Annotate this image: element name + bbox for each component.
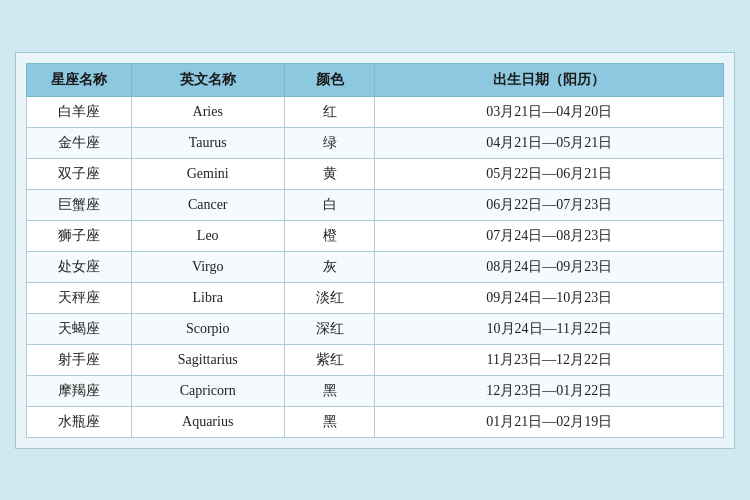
cell-date: 09月24日—10月23日 [375,282,724,313]
table-row: 狮子座Leo橙07月24日—08月23日 [27,220,724,251]
cell-date: 10月24日—11月22日 [375,313,724,344]
cell-date: 06月22日—07月23日 [375,189,724,220]
cell-chinese: 水瓶座 [27,406,132,437]
cell-color: 红 [284,96,375,127]
table-row: 天秤座Libra淡红09月24日—10月23日 [27,282,724,313]
cell-chinese: 摩羯座 [27,375,132,406]
cell-date: 03月21日—04月20日 [375,96,724,127]
cell-date: 05月22日—06月21日 [375,158,724,189]
cell-color: 灰 [284,251,375,282]
table-row: 射手座Sagittarius紫红11月23日—12月22日 [27,344,724,375]
table-row: 双子座Gemini黄05月22日—06月21日 [27,158,724,189]
cell-chinese: 天秤座 [27,282,132,313]
cell-date: 01月21日—02月19日 [375,406,724,437]
cell-chinese: 天蝎座 [27,313,132,344]
header-english: 英文名称 [131,63,284,96]
cell-english: Scorpio [131,313,284,344]
header-date: 出生日期（阳历） [375,63,724,96]
cell-color: 橙 [284,220,375,251]
cell-chinese: 处女座 [27,251,132,282]
cell-english: Taurus [131,127,284,158]
table-row: 金牛座Taurus绿04月21日—05月21日 [27,127,724,158]
cell-chinese: 狮子座 [27,220,132,251]
cell-color: 黑 [284,406,375,437]
cell-date: 12月23日—01月22日 [375,375,724,406]
cell-color: 淡红 [284,282,375,313]
cell-date: 11月23日—12月22日 [375,344,724,375]
zodiac-table: 星座名称 英文名称 颜色 出生日期（阳历） 白羊座Aries红03月21日—04… [26,63,724,438]
cell-english: Aquarius [131,406,284,437]
cell-english: Sagittarius [131,344,284,375]
table-row: 天蝎座Scorpio深红10月24日—11月22日 [27,313,724,344]
table-row: 巨蟹座Cancer白06月22日—07月23日 [27,189,724,220]
table-row: 水瓶座Aquarius黑01月21日—02月19日 [27,406,724,437]
table-row: 白羊座Aries红03月21日—04月20日 [27,96,724,127]
cell-chinese: 巨蟹座 [27,189,132,220]
cell-chinese: 白羊座 [27,96,132,127]
cell-color: 白 [284,189,375,220]
cell-english: Gemini [131,158,284,189]
cell-english: Cancer [131,189,284,220]
cell-date: 07月24日—08月23日 [375,220,724,251]
main-container: 星座名称 英文名称 颜色 出生日期（阳历） 白羊座Aries红03月21日—04… [15,52,735,449]
header-chinese: 星座名称 [27,63,132,96]
cell-color: 深红 [284,313,375,344]
table-row: 摩羯座Capricorn黑12月23日—01月22日 [27,375,724,406]
cell-color: 绿 [284,127,375,158]
cell-chinese: 射手座 [27,344,132,375]
cell-chinese: 双子座 [27,158,132,189]
header-color: 颜色 [284,63,375,96]
table-row: 处女座Virgo灰08月24日—09月23日 [27,251,724,282]
cell-color: 黄 [284,158,375,189]
cell-english: Capricorn [131,375,284,406]
cell-color: 紫红 [284,344,375,375]
cell-chinese: 金牛座 [27,127,132,158]
table-header-row: 星座名称 英文名称 颜色 出生日期（阳历） [27,63,724,96]
cell-english: Libra [131,282,284,313]
cell-date: 04月21日—05月21日 [375,127,724,158]
cell-color: 黑 [284,375,375,406]
cell-english: Aries [131,96,284,127]
cell-english: Virgo [131,251,284,282]
cell-date: 08月24日—09月23日 [375,251,724,282]
cell-english: Leo [131,220,284,251]
